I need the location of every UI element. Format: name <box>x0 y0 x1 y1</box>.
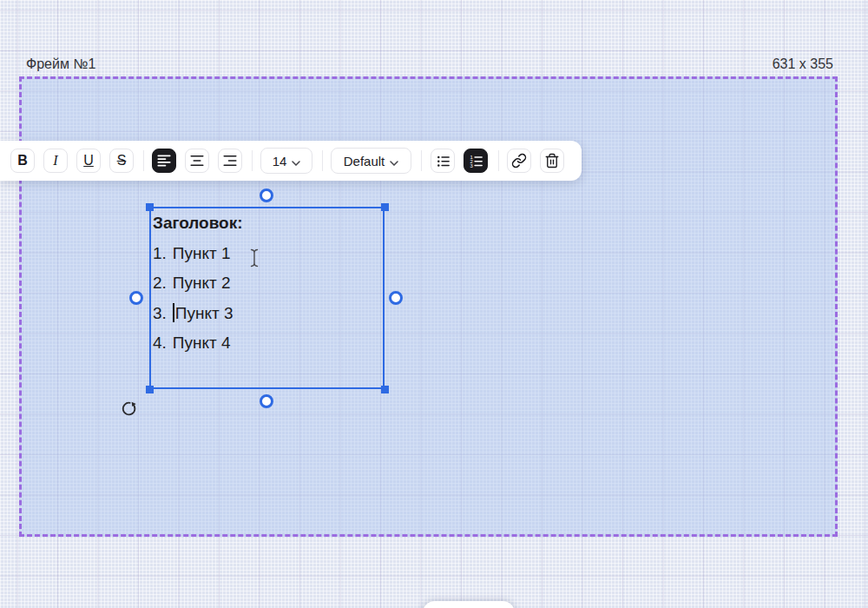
toolbar-separator <box>143 150 144 171</box>
toolbar-separator <box>498 150 499 171</box>
font-size-value: 14 <box>273 154 287 169</box>
resize-handle-top[interactable] <box>260 188 273 202</box>
text-content[interactable]: Заголовок: 1.Пункт 1 2.Пункт 2 3.Пункт 3… <box>153 208 243 359</box>
font-size-dropdown[interactable]: 14 <box>260 148 312 174</box>
link-button[interactable] <box>507 149 531 173</box>
resize-handle-right[interactable] <box>389 291 403 305</box>
toolbar-separator <box>421 150 422 171</box>
align-right-button[interactable] <box>218 149 242 173</box>
bold-button[interactable]: B <box>10 149 35 173</box>
svg-text:3: 3 <box>470 162 473 168</box>
list-item: 3.Пункт 3 <box>153 299 243 329</box>
font-family-value: Default <box>344 154 385 169</box>
italic-button[interactable]: I <box>43 149 68 173</box>
text-caret <box>173 303 174 322</box>
rotate-icon <box>120 406 138 420</box>
align-center-icon <box>189 153 205 169</box>
list-item: 4.Пункт 4 <box>153 328 243 359</box>
align-left-icon <box>156 153 172 169</box>
text-cursor-pointer <box>249 248 260 268</box>
list-item: 2.Пункт 2 <box>153 268 243 299</box>
delete-button[interactable] <box>540 149 564 173</box>
resize-handle-bottom-right[interactable] <box>381 386 389 393</box>
toolbar-separator <box>322 150 323 171</box>
chevron-down-icon <box>390 154 398 169</box>
resize-handle-left[interactable] <box>129 291 143 305</box>
resize-handle-bottom-left[interactable] <box>146 386 154 393</box>
align-left-button[interactable] <box>152 149 176 173</box>
chevron-down-icon <box>292 154 300 169</box>
text-format-toolbar: B I U S <box>0 141 582 181</box>
frame-dimensions: 631 x 355 <box>773 56 833 72</box>
bottom-toolbar-partial[interactable] <box>423 601 515 608</box>
canvas[interactable]: Фрейм №1 631 x 355 B I U S <box>0 0 868 608</box>
numbered-list-icon: 123 <box>468 153 484 169</box>
bullet-list-button[interactable] <box>431 149 455 173</box>
font-family-dropdown[interactable]: Default <box>331 148 411 174</box>
resize-handle-bottom[interactable] <box>260 394 273 408</box>
underline-button[interactable]: U <box>76 149 101 173</box>
strikethrough-button[interactable]: S <box>109 149 134 173</box>
align-right-icon <box>222 153 238 169</box>
text-title: Заголовок: <box>153 208 243 239</box>
frame-title[interactable]: Фрейм №1 <box>26 56 95 72</box>
toolbar-separator <box>252 150 253 171</box>
align-center-button[interactable] <box>185 149 209 173</box>
numbered-list-button[interactable]: 123 <box>464 149 488 173</box>
link-icon <box>511 153 527 169</box>
list-item: 1.Пункт 1 <box>153 239 243 269</box>
resize-handle-top-left[interactable] <box>146 203 154 211</box>
rotate-handle[interactable] <box>120 400 138 418</box>
resize-handle-top-right[interactable] <box>381 203 389 211</box>
trash-icon <box>544 153 560 169</box>
bullet-list-icon <box>435 153 451 169</box>
